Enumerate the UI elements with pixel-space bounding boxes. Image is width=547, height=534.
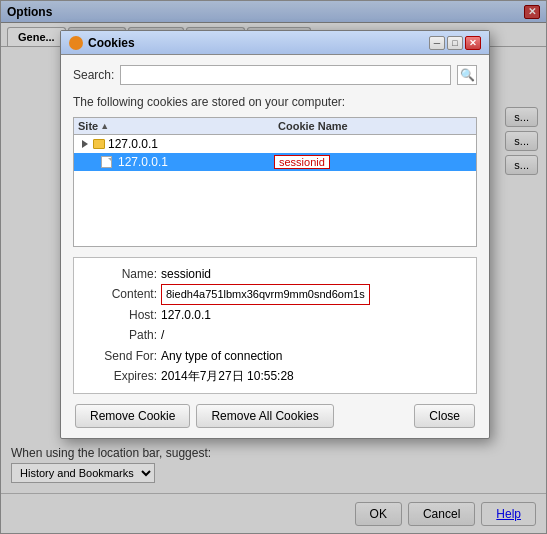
folder-icon: [93, 139, 105, 149]
send-for-value: Any type of connection: [161, 346, 282, 366]
tree-row-child-site: 127.0.0.1: [78, 155, 274, 169]
host-label: Host:: [82, 305, 157, 325]
detail-name-row: Name: sessionid: [82, 264, 468, 284]
search-input[interactable]: [120, 65, 451, 85]
cookies-body: Search: 🔍 The following cookies are stor…: [61, 55, 489, 438]
search-icon-button[interactable]: 🔍: [457, 65, 477, 85]
titlebar-controls: ─ □ ✕: [429, 36, 481, 50]
path-value: /: [161, 325, 164, 345]
tree-row-leaf-sessionid[interactable]: 127.0.0.1 sessionid: [74, 153, 476, 171]
content-label: Content:: [82, 284, 157, 305]
detail-content-row: Content: 8iedh4a751lbmx36qvrm9mm0snd6om1…: [82, 284, 468, 305]
cookies-close-button[interactable]: ✕: [465, 36, 481, 50]
expand-icon: [82, 140, 88, 148]
cookie-table: Site ▲ Cookie Name 127.0.0.1: [73, 117, 477, 247]
cookies-dialog: Cookies ─ □ ✕ Search: 🔍 The following co…: [60, 30, 490, 439]
cookie-table-header: Site ▲ Cookie Name: [74, 118, 476, 135]
tree-row-sessionid: sessionid: [274, 155, 472, 169]
cookies-maximize-button[interactable]: □: [447, 36, 463, 50]
sessionid-badge: sessionid: [274, 155, 330, 169]
cookies-titlebar: Cookies ─ □ ✕: [61, 31, 489, 55]
firefox-icon: [69, 36, 83, 50]
search-row: Search: 🔍: [73, 65, 477, 85]
detail-expires-row: Expires: 2014年7月27日 10:55:28: [82, 366, 468, 386]
detail-send-for-row: Send For: Any type of connection: [82, 346, 468, 366]
sort-arrow-icon: ▲: [100, 121, 109, 131]
path-label: Path:: [82, 325, 157, 345]
expires-label: Expires:: [82, 366, 157, 386]
search-label: Search:: [73, 68, 114, 82]
footer-left-buttons: Remove Cookie Remove All Cookies: [75, 404, 334, 428]
detail-host-row: Host: 127.0.0.1: [82, 305, 468, 325]
close-dialog-button[interactable]: Close: [414, 404, 475, 428]
cookies-minimize-button[interactable]: ─: [429, 36, 445, 50]
content-value: 8iedh4a751lbmx36qvrm9mm0snd6om1s: [161, 284, 370, 305]
name-label: Name:: [82, 264, 157, 284]
cookies-footer: Remove Cookie Remove All Cookies Close: [73, 404, 477, 428]
cookies-dialog-title: Cookies: [88, 36, 429, 50]
cookie-name-column-header[interactable]: Cookie Name: [278, 120, 472, 132]
host-value: 127.0.0.1: [161, 305, 211, 325]
tree-row-folder-127[interactable]: 127.0.0.1: [74, 135, 476, 153]
cookies-description: The following cookies are stored on your…: [73, 95, 477, 109]
expires-value: 2014年7月27日 10:55:28: [161, 366, 294, 386]
site-column-header[interactable]: Site ▲: [78, 120, 278, 132]
detail-path-row: Path: /: [82, 325, 468, 345]
tree-row-cookie-name: [274, 137, 472, 151]
remove-all-cookies-button[interactable]: Remove All Cookies: [196, 404, 333, 428]
page-icon: [101, 156, 112, 168]
cookie-details-panel: Name: sessionid Content: 8iedh4a751lbmx3…: [73, 257, 477, 394]
send-for-label: Send For:: [82, 346, 157, 366]
remove-cookie-button[interactable]: Remove Cookie: [75, 404, 190, 428]
name-value: sessionid: [161, 264, 211, 284]
tree-row-site: 127.0.0.1: [78, 137, 274, 151]
